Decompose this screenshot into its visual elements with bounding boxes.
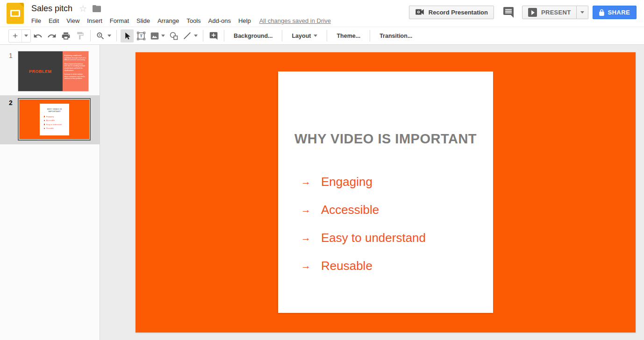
toolbar-divider	[327, 30, 327, 42]
slide-white-card[interactable]: WHY VIDEO IS IMPORTANT → Engaging → Acce…	[278, 71, 493, 313]
bullet-item[interactable]: → Easy to understand	[301, 224, 426, 252]
slide-1-number: 1	[0, 51, 18, 92]
thumb2-bullet: Accessible	[46, 120, 55, 121]
slide-canvas: WHY VIDEO IS IMPORTANT → Engaging → Acce…	[100, 45, 644, 340]
shape-icon	[169, 31, 179, 41]
bullet-label: Reusable	[321, 259, 372, 273]
present-button[interactable]: PRESENT	[522, 6, 577, 19]
menu-item-arrange[interactable]: Arrange	[154, 16, 183, 26]
toolbar-divider	[116, 30, 117, 42]
arrow-bullet-icon: →	[301, 232, 321, 243]
redo-icon	[47, 31, 57, 41]
print-button[interactable]	[59, 29, 72, 42]
menu-item-addons[interactable]: Add-ons	[205, 16, 235, 26]
save-status-link[interactable]: All changes saved in Drive	[259, 17, 331, 24]
present-dropdown-button[interactable]	[577, 6, 588, 19]
menu-item-insert[interactable]: Insert	[83, 16, 106, 26]
thumb1-paragraph: Increase in ticket volume when customers…	[64, 73, 87, 80]
slide-1-thumbnail[interactable]: PROBLEM Explaining complicated workflows…	[18, 51, 89, 92]
textbox-tool-button[interactable]: T	[135, 29, 148, 42]
menu-item-edit[interactable]: Edit	[45, 16, 63, 26]
folder-icon[interactable]	[93, 5, 101, 12]
transition-button[interactable]: Transition...	[373, 29, 418, 42]
content-area: 1 PROBLEM Explaining complicated workflo…	[0, 45, 644, 340]
new-slide-button[interactable]: +	[9, 30, 21, 42]
menu-item-view[interactable]: View	[63, 16, 83, 26]
thumb1-dark-panel: PROBLEM	[18, 51, 63, 91]
toolbar: + T Background... Layout	[0, 27, 644, 45]
thumb1-paragraph: Explaining complicated workflows through…	[64, 55, 87, 61]
share-label: SHARE	[608, 9, 630, 16]
paint-roller-icon	[76, 31, 85, 40]
zoom-button[interactable]	[94, 29, 113, 42]
new-slide-dropdown[interactable]	[21, 30, 30, 42]
thumb2-bullet: Easy to understand	[46, 124, 62, 126]
thumb2-white-card: WHY VIDEO IS IMPORTANT Engaging Accessib…	[40, 104, 69, 135]
caret-down-icon	[194, 35, 198, 37]
menu-item-file[interactable]: File	[28, 16, 45, 26]
caret-down-icon	[161, 35, 165, 37]
slide[interactable]: WHY VIDEO IS IMPORTANT → Engaging → Acce…	[136, 52, 636, 333]
title-block: Sales pitch ☆ File Edit View Insert Form…	[31, 0, 331, 26]
caret-down-icon	[107, 35, 111, 37]
record-presentation-button[interactable]: Record Presentation	[409, 6, 494, 19]
new-slide-split-button: +	[8, 29, 31, 42]
bullet-label: Easy to understand	[321, 231, 426, 245]
star-icon[interactable]: ☆	[79, 3, 87, 14]
thumb2-bullet-icon	[44, 124, 45, 125]
image-tool-button[interactable]	[149, 29, 166, 42]
bullet-item[interactable]: → Reusable	[301, 252, 426, 280]
bullet-item[interactable]: → Engaging	[301, 168, 426, 196]
theme-button[interactable]: Theme...	[330, 29, 366, 42]
redo-button[interactable]	[45, 29, 58, 42]
thumb1-title: PROBLEM	[29, 69, 52, 74]
menu-item-format[interactable]: Format	[106, 16, 133, 26]
toolbar-divider	[370, 30, 370, 42]
insert-comment-button[interactable]	[207, 29, 220, 42]
toolbar-divider	[203, 30, 203, 42]
add-comment-icon	[209, 31, 218, 41]
cursor-icon	[123, 32, 131, 40]
thumb2-bullet-icon	[44, 116, 45, 117]
slide-1-row[interactable]: 1 PROBLEM Explaining complicated workflo…	[0, 48, 100, 95]
slide-2-thumbnail[interactable]: WHY VIDEO IS IMPORTANT Engaging Accessib…	[18, 98, 91, 141]
slides-logo-icon[interactable]	[7, 3, 24, 24]
line-icon	[183, 31, 192, 40]
zoom-icon	[96, 31, 105, 41]
topbar: Sales pitch ☆ File Edit View Insert Form…	[0, 0, 644, 27]
svg-text:T: T	[140, 34, 143, 38]
logo-fold	[19, 3, 24, 7]
record-camera-icon	[415, 9, 425, 16]
thumb2-bullet-icon	[44, 128, 45, 129]
caret-down-icon	[314, 35, 317, 37]
arrow-bullet-icon: →	[301, 204, 321, 215]
menu-item-slide[interactable]: Slide	[133, 16, 154, 26]
thumb2-bullet-icon	[44, 120, 45, 121]
arrow-bullet-icon: →	[301, 260, 321, 271]
bullet-item[interactable]: → Accessible	[301, 196, 426, 224]
layout-label: Layout	[292, 33, 311, 39]
image-icon	[150, 31, 159, 41]
paint-format-button[interactable]	[73, 29, 86, 42]
caret-down-icon	[580, 11, 584, 14]
present-button-group: PRESENT	[522, 6, 589, 19]
slide-2-row[interactable]: 2 WHY VIDEO IS IMPORTANT Engaging Access…	[0, 95, 100, 144]
shape-tool-button[interactable]	[167, 29, 180, 42]
background-button[interactable]: Background...	[228, 29, 279, 42]
logo-rect	[10, 10, 20, 17]
share-button[interactable]: SHARE	[593, 6, 637, 19]
comment-history-icon	[503, 7, 514, 18]
undo-button[interactable]	[31, 29, 44, 42]
line-tool-button[interactable]	[181, 29, 199, 42]
comment-history-button[interactable]	[503, 7, 514, 18]
menu-item-help[interactable]: Help	[235, 16, 255, 26]
topbar-actions: Record Presentation PRESENT SHARE	[409, 6, 637, 19]
bullet-list[interactable]: → Engaging → Accessible → Easy to unders…	[301, 168, 426, 280]
thumb2-title: WHY VIDEO IS IMPORTANT	[43, 108, 67, 113]
menu-item-tools[interactable]: Tools	[183, 16, 204, 26]
doc-title[interactable]: Sales pitch	[31, 4, 72, 14]
layout-button[interactable]: Layout	[286, 29, 323, 42]
select-tool-button[interactable]	[121, 29, 134, 42]
slide-title[interactable]: WHY VIDEO IS IMPORTANT	[278, 131, 493, 147]
bullet-label: Engaging	[321, 175, 372, 189]
